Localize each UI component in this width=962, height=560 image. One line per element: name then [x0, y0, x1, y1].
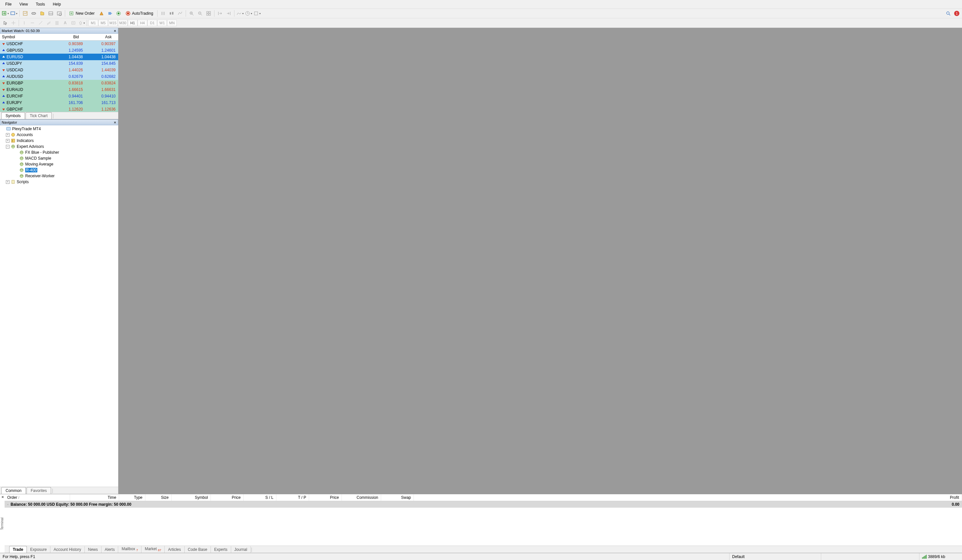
symbol-row-eurchf[interactable]: EURCHF0.944010.94410 [0, 93, 118, 100]
candlestick-button[interactable] [168, 10, 176, 17]
symbol-row-gbpchf[interactable]: GBPCHF1.126201.12636 [0, 106, 118, 112]
balance-row[interactable]: ◦ Balance: 50 000.00 USD Equity: 50 000.… [5, 501, 962, 508]
term-tab-alerts[interactable]: Alerts [102, 546, 118, 553]
terminal-body[interactable]: ◦ Balance: 50 000.00 USD Equity: 50 000.… [5, 501, 962, 546]
signals-button[interactable] [115, 10, 123, 17]
timeframe-mn[interactable]: MN [167, 19, 177, 26]
timeframe-h1[interactable]: H1 [128, 19, 137, 26]
templates-dropdown[interactable] [253, 10, 261, 17]
term-tab-mailbox[interactable]: Mailbox 7 [118, 546, 142, 553]
chart-workspace[interactable] [118, 28, 962, 494]
autotrading-button[interactable]: AutoTrading [123, 10, 155, 17]
meta-quotes-button[interactable] [98, 10, 105, 17]
terminal-toggle[interactable] [47, 10, 55, 17]
tree-ea-item[interactable]: FX Blue - Publisher [1, 150, 117, 155]
term-tab-market[interactable]: Market 87 [142, 546, 165, 553]
navigator-tree[interactable]: PlexyTrade MT4+Accounts+fIndicators−Expe… [0, 125, 118, 487]
term-tab-journal[interactable]: Journal [231, 546, 251, 553]
arrows-tool[interactable] [77, 19, 86, 27]
tree-root[interactable]: PlexyTrade MT4 [1, 126, 117, 132]
term-col-type[interactable]: Type [119, 494, 145, 501]
expand-icon[interactable]: + [6, 139, 10, 143]
symbol-row-eurusd[interactable]: EURUSD1.044381.04438 [0, 54, 118, 60]
auto-scroll-button[interactable] [224, 10, 232, 17]
term-tab-exposure[interactable]: Exposure [27, 546, 50, 553]
trendline-tool[interactable] [37, 19, 45, 27]
notifications-button[interactable]: 1 [953, 10, 961, 17]
column-symbol[interactable]: Symbol [0, 34, 48, 40]
menu-file[interactable]: File [1, 1, 15, 8]
symbol-row-audusd[interactable]: AUDUSD0.626790.62682 [0, 73, 118, 80]
term-col-commission[interactable]: Commission [342, 494, 381, 501]
symbol-row-gbpusd[interactable]: GBPUSD1.245951.24601 [0, 47, 118, 54]
term-tab-news[interactable]: News [85, 546, 102, 553]
term-tab-trade[interactable]: Trade [9, 546, 27, 553]
term-tab-articles[interactable]: Articles [165, 546, 184, 553]
term-tab-account-history[interactable]: Account History [50, 546, 85, 553]
tab-favorites[interactable]: Favorites [26, 487, 51, 494]
zoom-in-button[interactable] [187, 10, 195, 17]
column-ask[interactable]: Ask [81, 34, 114, 40]
symbol-row-usdcad[interactable]: USDCAD1.440261.44039 [0, 67, 118, 73]
tab-tick-chart[interactable]: Tick Chart [26, 112, 52, 119]
expand-icon[interactable]: + [6, 180, 10, 184]
equidistant-channel-tool[interactable] [45, 19, 53, 27]
horizontal-line-tool[interactable] [29, 19, 36, 27]
symbol-row-usdchf[interactable]: USDCHF0.903890.90397 [0, 40, 118, 47]
zoom-out-button[interactable] [196, 10, 204, 17]
market-watch-toggle[interactable] [21, 10, 29, 17]
close-icon[interactable]: ✕ [113, 29, 117, 33]
bar-chart-button[interactable] [159, 10, 167, 17]
column-bid[interactable]: Bid [48, 34, 81, 40]
indicators-dropdown[interactable] [236, 10, 244, 17]
line-chart-button[interactable] [176, 10, 184, 17]
new-chart-button[interactable] [1, 10, 9, 17]
tree-ea-item[interactable]: Moving Average [1, 161, 117, 167]
cursor-tool[interactable] [1, 19, 9, 27]
tab-symbols[interactable]: Symbols [1, 112, 25, 119]
term-col-s-l[interactable]: S / L [244, 494, 276, 501]
menu-help[interactable]: Help [49, 1, 65, 8]
collapse-icon[interactable]: − [6, 145, 10, 148]
symbol-row-eurjpy[interactable]: EURJPY161.706161.713 [0, 100, 118, 106]
chart-shift-button[interactable] [106, 10, 114, 17]
timeframe-d1[interactable]: D1 [147, 19, 157, 26]
tree-expert-advisors[interactable]: −Expert Advisors [1, 143, 117, 150]
periodicity-dropdown[interactable] [245, 10, 252, 17]
term-tab-experts[interactable]: Experts [211, 546, 231, 553]
tree-accounts[interactable]: +Accounts [1, 132, 117, 138]
market-watch-header[interactable]: Market Watch: 01:50:39 ✕ [0, 28, 118, 34]
navigator-header[interactable]: Navigator ✕ [0, 119, 118, 125]
close-icon[interactable]: ✕ [1, 495, 5, 499]
term-col-price[interactable]: Price [211, 494, 244, 501]
text-label-tool[interactable]: T [69, 19, 77, 27]
term-col-price[interactable]: Price [309, 494, 342, 501]
term-tab-code-base[interactable]: Code Base [185, 546, 211, 553]
tile-windows-button[interactable] [205, 10, 213, 17]
tree-ea-item[interactable]: MACD Sample [1, 155, 117, 161]
term-col-t-p[interactable]: T / P [276, 494, 309, 501]
navigator-toggle[interactable] [38, 10, 46, 17]
term-col-time[interactable]: Time [70, 494, 119, 501]
market-watch-body[interactable]: USDCHF0.903890.90397GBPUSD1.245951.24601… [0, 40, 118, 112]
term-col-size[interactable]: Size [145, 494, 171, 501]
text-tool[interactable]: A [61, 19, 69, 27]
timeframe-m30[interactable]: M30 [118, 19, 128, 26]
new-order-button[interactable]: New Order [67, 10, 97, 17]
close-icon[interactable]: ✕ [113, 120, 117, 125]
tab-common[interactable]: Common [1, 487, 26, 494]
timeframe-m1[interactable]: M1 [89, 19, 98, 26]
crosshair-tool[interactable] [10, 19, 17, 27]
timeframe-m5[interactable]: M5 [98, 19, 108, 26]
term-col-profit[interactable]: Profit [414, 494, 962, 501]
symbol-row-eurgbp[interactable]: EURGBP0.838180.83824 [0, 80, 118, 86]
status-connection[interactable]: 3889/6 kb [919, 553, 962, 560]
vertical-line-tool[interactable] [20, 19, 28, 27]
menu-tools[interactable]: Tools [32, 1, 49, 8]
profiles-button[interactable] [10, 10, 18, 17]
timeframe-w1[interactable]: W1 [157, 19, 167, 26]
symbol-row-euraud[interactable]: EURAUD1.666151.66631 [0, 86, 118, 93]
strategy-tester-toggle[interactable] [55, 10, 63, 17]
tree-indicators[interactable]: +fIndicators [1, 138, 117, 143]
fibonacci-tool[interactable] [53, 19, 61, 27]
